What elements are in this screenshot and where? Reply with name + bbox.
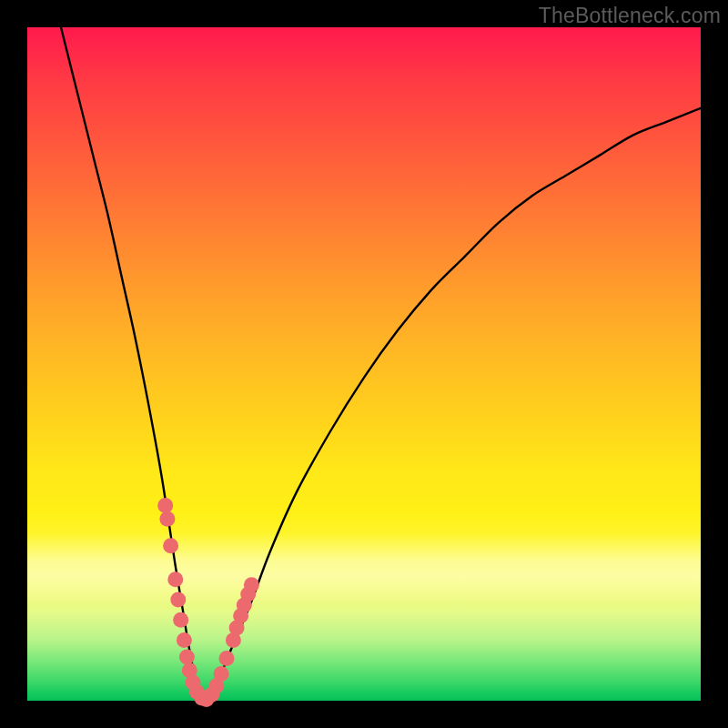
- data-marker: [167, 571, 183, 587]
- data-marker: [163, 538, 178, 553]
- bottleneck-curve: [61, 27, 701, 703]
- data-marker: [219, 651, 235, 666]
- data-marker: [157, 498, 173, 513]
- marker-group: [157, 498, 259, 707]
- chart-frame: TheBottleneck.com: [0, 0, 728, 728]
- plot-area: [27, 27, 701, 701]
- data-marker: [170, 592, 186, 608]
- data-marker: [173, 612, 188, 628]
- data-marker: [159, 511, 175, 527]
- data-marker: [214, 666, 229, 682]
- data-marker: [179, 649, 195, 664]
- data-marker: [177, 632, 192, 648]
- data-marker: [244, 577, 259, 592]
- watermark-text: TheBottleneck.com: [539, 4, 721, 28]
- curve-layer: [27, 27, 701, 701]
